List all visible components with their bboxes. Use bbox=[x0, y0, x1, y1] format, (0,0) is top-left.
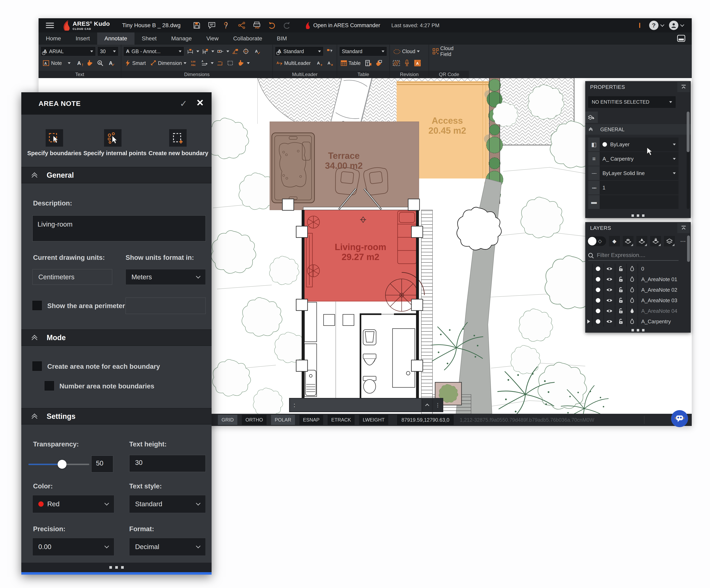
spellcheck-icon[interactable]: A✓ bbox=[106, 58, 115, 68]
dim-hand-caret[interactable] bbox=[247, 62, 250, 64]
layer-row[interactable]: A_AreaNote 04 bbox=[585, 306, 691, 316]
text-height-input[interactable]: 30 bbox=[129, 455, 206, 472]
layer-freeze-button[interactable] bbox=[636, 236, 647, 246]
menu-tab[interactable]: Home bbox=[39, 32, 68, 45]
status-toggle[interactable]: LWEIGHT bbox=[359, 415, 388, 425]
status-toggle[interactable]: ESNAP bbox=[300, 415, 323, 425]
panel-resize-handle[interactable] bbox=[632, 214, 644, 217]
menu-tab[interactable]: Insert bbox=[68, 32, 97, 45]
mleader-style-select[interactable]: AStandard bbox=[275, 46, 324, 56]
layer-color-dot[interactable] bbox=[596, 309, 600, 313]
dim-angular-icon[interactable] bbox=[231, 47, 240, 56]
layer-visibility-icon[interactable] bbox=[604, 285, 615, 295]
status-toggle[interactable]: POLAR bbox=[271, 415, 295, 425]
layer-visibility-icon[interactable] bbox=[604, 295, 615, 305]
cloud-select[interactable]: Cloud bbox=[392, 46, 421, 56]
layer-name[interactable]: A_AreaNote 04 bbox=[638, 306, 677, 316]
layer-visibility-icon[interactable] bbox=[604, 264, 615, 274]
support-chat-button[interactable] bbox=[671, 410, 688, 427]
layer-freeze-icon[interactable] bbox=[626, 316, 638, 327]
layer-color-dot[interactable] bbox=[596, 298, 600, 303]
layer-color-dot[interactable] bbox=[596, 288, 600, 292]
status-toggle[interactable]: ETRACK bbox=[328, 415, 355, 425]
layer-freeze-icon[interactable] bbox=[626, 295, 638, 305]
status-toggle[interactable]: ORTHO bbox=[242, 415, 266, 425]
print-pdf-icon[interactable]: PDF bbox=[253, 21, 261, 29]
text-edit-icon[interactable]: A! bbox=[75, 58, 84, 68]
dim-bracket-icon[interactable] bbox=[215, 58, 224, 68]
command-input[interactable]: : bbox=[290, 399, 421, 411]
each-boundary-checkbox[interactable] bbox=[32, 361, 42, 371]
layer-lock-icon[interactable] bbox=[615, 264, 626, 274]
layer-name[interactable]: A_Carpentry bbox=[638, 316, 671, 327]
collapse-panel-icon[interactable] bbox=[677, 223, 690, 233]
property-row[interactable]: ByLayer bbox=[588, 138, 679, 151]
section-mode[interactable]: Mode bbox=[21, 329, 212, 346]
layer-color-dot[interactable] bbox=[596, 266, 600, 271]
section-settings[interactable]: Settings bbox=[21, 408, 212, 425]
slider-knob[interactable] bbox=[57, 460, 67, 469]
help-menu[interactable]: ? bbox=[649, 21, 664, 30]
layer-visibility-button[interactable] bbox=[623, 236, 634, 246]
layers-scrollbar[interactable] bbox=[687, 235, 690, 262]
dim-style-select[interactable]: AGB - Annot... bbox=[123, 46, 184, 56]
command-expand-button[interactable] bbox=[423, 399, 432, 411]
collapse-section-icon[interactable] bbox=[32, 173, 39, 177]
property-row[interactable]: ByLayer Solid line bbox=[588, 166, 679, 180]
color-select[interactable]: Red bbox=[32, 495, 114, 513]
dim-hand-icon[interactable] bbox=[236, 58, 245, 68]
layer-freeze-icon[interactable] bbox=[626, 274, 638, 284]
layer-lock-icon[interactable] bbox=[615, 295, 626, 305]
status-toggle[interactable]: GRID bbox=[218, 415, 237, 425]
layer-lock-icon[interactable] bbox=[615, 274, 626, 284]
text-style-select[interactable]: Standard bbox=[129, 495, 206, 513]
layer-freeze-icon[interactable] bbox=[626, 285, 638, 295]
save-icon[interactable] bbox=[193, 21, 201, 29]
property-row[interactable] bbox=[588, 195, 679, 209]
new-layer-button[interactable]: ◆ bbox=[609, 236, 620, 246]
create-new-boundary-button[interactable]: Create new boundary bbox=[148, 129, 207, 157]
table-button[interactable]: Table bbox=[339, 58, 362, 68]
layer-lock-button[interactable] bbox=[650, 236, 661, 246]
table-hand-icon[interactable] bbox=[375, 58, 383, 68]
layer-freeze-icon[interactable] bbox=[626, 264, 638, 274]
menu-tab[interactable]: Annotate bbox=[97, 32, 135, 45]
number-boundaries-checkbox[interactable] bbox=[45, 381, 54, 391]
mleader-collect-icon[interactable] bbox=[325, 47, 334, 56]
dim-baseline-caret[interactable] bbox=[211, 50, 214, 52]
transparency-value[interactable]: 50 bbox=[91, 455, 113, 472]
layer-freeze-icon[interactable] bbox=[626, 306, 638, 316]
layer-row[interactable]: A_AreaNote 02 bbox=[585, 285, 691, 295]
dim-ordinate-icon[interactable] bbox=[216, 47, 225, 56]
note-select[interactable]: A Note bbox=[41, 58, 73, 68]
dim-align-icon[interactable]: A bbox=[200, 58, 209, 68]
layer-color-dot[interactable] bbox=[596, 319, 600, 324]
layer-visibility-icon[interactable] bbox=[604, 274, 615, 284]
dialog-resize-handle[interactable] bbox=[21, 563, 212, 572]
markup-a-icon[interactable]: A bbox=[413, 58, 422, 68]
perimeter-input[interactable] bbox=[125, 298, 206, 314]
menu-tab[interactable]: BIM bbox=[269, 32, 294, 45]
find-text-icon[interactable]: A bbox=[96, 58, 105, 68]
dimension-select[interactable]: Dimension bbox=[149, 58, 188, 68]
collapse-section-icon[interactable] bbox=[32, 336, 39, 340]
dim-boundary-icon[interactable] bbox=[226, 58, 235, 68]
entity-selector[interactable]: NO ENTITIES SELECTED bbox=[588, 96, 676, 108]
mleader-remove-icon[interactable]: A× bbox=[325, 58, 333, 68]
close-icon[interactable]: × bbox=[196, 96, 204, 109]
specify-boundaries-button[interactable]: Specify boundaries bbox=[25, 129, 84, 157]
confirm-icon[interactable]: ✓ bbox=[180, 98, 187, 109]
ribbon-toggle-icon[interactable] bbox=[677, 35, 685, 43]
share-network-icon[interactable] bbox=[238, 21, 246, 29]
layer-color-dot[interactable] bbox=[596, 277, 600, 282]
specify-internal-points-button[interactable]: Specify internal points bbox=[84, 129, 142, 157]
layer-name[interactable]: A_AreaNote 03 bbox=[638, 295, 677, 305]
layer-row[interactable]: A_AreaNote 01 bbox=[585, 274, 691, 284]
multileader-button[interactable]: A MultiLeader bbox=[275, 58, 312, 68]
perimeter-checkbox[interactable] bbox=[32, 301, 42, 310]
text-hand-icon[interactable] bbox=[85, 58, 94, 68]
dim-ordinate-caret[interactable] bbox=[227, 50, 229, 52]
voice-note-icon[interactable] bbox=[402, 58, 411, 68]
smart-dimension-button[interactable]: Smart bbox=[123, 58, 147, 68]
layer-lock-icon[interactable] bbox=[615, 285, 626, 295]
